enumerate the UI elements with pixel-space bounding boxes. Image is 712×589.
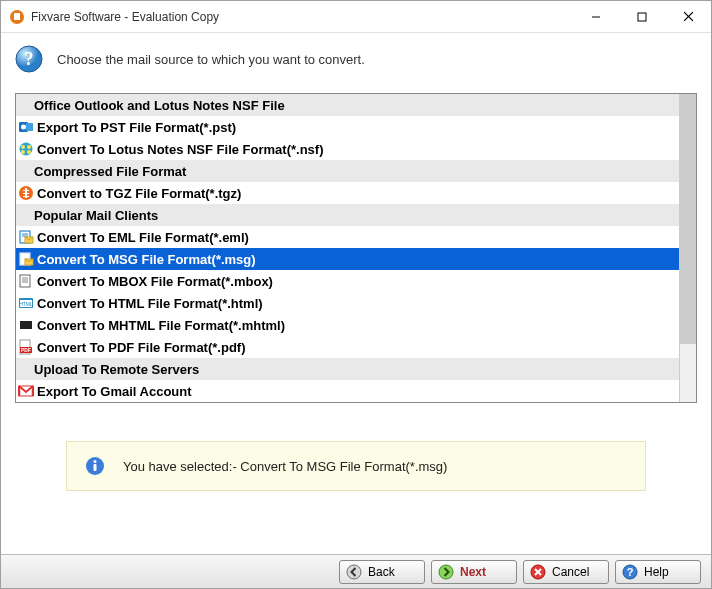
svg-text:?: ? [25,49,34,69]
question-icon: ? [15,45,43,73]
format-item[interactable]: Convert To Lotus Notes NSF File Format(*… [16,138,679,160]
svg-point-49 [347,565,361,579]
format-item-label: Convert to TGZ File Format(*.tgz) [37,186,241,201]
eml-icon [18,229,34,245]
format-item-label: Export To Gmail Account [37,384,192,399]
svg-rect-39 [20,329,32,331]
next-button[interactable]: Next [431,560,517,584]
svg-text:HTML: HTML [19,301,33,307]
help-button[interactable]: ? Help [615,560,701,584]
cancel-icon [530,564,546,580]
section-header: Upload To Remote Servers [16,358,679,380]
cancel-label: Cancel [552,565,602,579]
svg-rect-21 [23,196,29,197]
html-icon: HTML [18,295,34,311]
format-item[interactable]: PDFConvert To PDF File Format(*.pdf) [16,336,679,358]
svg-rect-19 [23,190,29,191]
format-item-label: Convert To MSG File Format(*.msg) [37,252,256,267]
back-button[interactable]: Back [339,560,425,584]
msg-icon [18,251,34,267]
lotus-icon [18,141,34,157]
svg-rect-48 [94,464,97,471]
outlook-icon [18,119,34,135]
main-area: Office Outlook and Lotus Notes NSF FileE… [1,87,711,554]
svg-rect-2 [14,13,20,15]
mhtml-icon [18,317,34,333]
svg-rect-10 [26,123,33,131]
app-window: Fixvare Software - Evaluation Copy ? Cho… [0,0,712,589]
instruction-text: Choose the mail source to which you want… [57,52,365,67]
format-list: Office Outlook and Lotus Notes NSF FileE… [15,93,697,403]
svg-point-14 [27,145,31,149]
svg-point-15 [21,150,25,154]
section-header-label: Office Outlook and Lotus Notes NSF File [18,98,285,113]
svg-rect-20 [23,193,29,194]
scrollbar-thumb[interactable] [680,94,696,344]
section-header: Office Outlook and Lotus Notes NSF File [16,94,679,116]
tgz-icon [18,185,34,201]
svg-point-13 [21,145,25,149]
svg-point-12 [20,143,33,156]
svg-point-11 [21,125,26,130]
format-item[interactable]: Export To PST File Format(*.pst) [16,116,679,138]
gmail-icon [18,383,34,399]
svg-point-47 [94,460,97,463]
arrow-left-icon [346,564,362,580]
section-header-label: Popular Mail Clients [18,208,158,223]
selection-info-text: You have selected:- Convert To MSG File … [123,459,447,474]
format-item[interactable]: Export To Gmail Account [16,380,679,402]
mbox-icon [18,273,34,289]
format-item[interactable]: Convert To EML File Format(*.eml) [16,226,679,248]
section-header-label: Upload To Remote Servers [18,362,199,377]
format-item-label: Convert To PDF File Format(*.pdf) [37,340,245,355]
help-icon: ? [622,564,638,580]
section-header: Popular Mail Clients [16,204,679,226]
svg-rect-38 [20,319,32,321]
minimize-button[interactable] [573,1,619,32]
help-label: Help [644,565,694,579]
window-controls [573,1,711,32]
svg-point-50 [439,565,453,579]
back-label: Back [368,565,418,579]
section-header-label: Compressed File Format [18,164,186,179]
info-icon [85,456,105,476]
svg-rect-1 [14,15,20,20]
titlebar: Fixvare Software - Evaluation Copy [1,1,711,33]
section-header: Compressed File Format [16,160,679,182]
format-item-label: Convert To EML File Format(*.eml) [37,230,249,245]
format-item[interactable]: HTMLConvert To HTML File Format(*.html) [16,292,679,314]
instruction-header: ? Choose the mail source to which you wa… [1,33,711,87]
window-title: Fixvare Software - Evaluation Copy [31,10,573,24]
format-item-label: Convert To HTML File Format(*.html) [37,296,263,311]
maximize-button[interactable] [619,1,665,32]
format-item[interactable]: Convert To MHTML File Format(*.mhtml) [16,314,679,336]
pdf-icon: PDF [18,339,34,355]
svg-text:PDF: PDF [21,347,31,353]
format-item[interactable]: Convert To MSG File Format(*.msg) [16,248,679,270]
format-item[interactable]: Convert to TGZ File Format(*.tgz) [16,182,679,204]
close-button[interactable] [665,1,711,32]
svg-rect-28 [20,275,30,287]
format-item-label: Convert To MHTML File Format(*.mhtml) [37,318,285,333]
arrow-right-icon [438,564,454,580]
svg-point-16 [27,150,31,154]
footer-bar: Back Next Cancel ? Help [1,554,711,588]
cancel-button[interactable]: Cancel [523,560,609,584]
svg-rect-4 [638,13,646,21]
app-icon [9,9,25,25]
format-item-label: Convert To Lotus Notes NSF File Format(*… [37,142,324,157]
format-item[interactable]: Convert To MBOX File Format(*.mbox) [16,270,679,292]
format-item-label: Export To PST File Format(*.pst) [37,120,236,135]
format-item-label: Convert To MBOX File Format(*.mbox) [37,274,273,289]
scrollbar[interactable] [679,94,696,402]
next-label: Next [460,565,510,579]
list-content: Office Outlook and Lotus Notes NSF FileE… [16,94,679,402]
svg-text:?: ? [627,566,634,578]
selection-info: You have selected:- Convert To MSG File … [66,441,646,491]
